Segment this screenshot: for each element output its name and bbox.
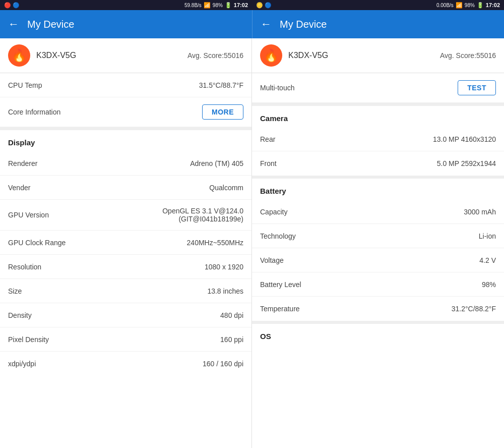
flame-icon-right: 🔥 (260, 44, 282, 67)
header-right: ← My Device (252, 10, 504, 38)
os-section-header: OS (252, 324, 504, 345)
avg-score-right: Avg. Score:55016 (440, 51, 496, 60)
battery-icon-left: 🔋 (225, 2, 232, 9)
cpu-temp-label: CPU Temp (8, 81, 199, 89)
time-right: 17:02 (486, 2, 500, 8)
signal-left: 98% (213, 3, 223, 8)
battery-value-3: 98% (482, 281, 496, 289)
header-left: ← My Device (0, 10, 252, 38)
battery-value-4: 31.2°C/88.2°F (452, 305, 496, 313)
display-value-7: 160 ppi (220, 335, 243, 344)
avg-score-left: Avg. Score:55016 (187, 51, 243, 60)
time-left: 17:02 (234, 2, 248, 8)
display-row-0: RendererAdreno (TM) 405 (0, 151, 251, 176)
svg-text:🔥: 🔥 (12, 48, 27, 63)
status-bar-right: 🪙 🔵 0.00B/s 📶 98% 🔋 17:02 (252, 2, 504, 9)
display-value-1: Qualcomm (209, 184, 243, 192)
status-bar: 🔴 🔵 59.8B/s 📶 98% 🔋 17:02 🪙 🔵 0.00B/s 📶 … (0, 0, 504, 10)
battery-title: Battery (260, 187, 286, 195)
display-label-7: Pixel Density (8, 335, 220, 344)
display-rows-container: RendererAdreno (TM) 405VenderQualcommGPU… (0, 151, 251, 376)
header-title-right: My Device (280, 19, 327, 30)
camera-value-0: 13.0 MP 4160x3120 (433, 135, 496, 143)
device-name-right: K3DX-V5G (288, 51, 440, 60)
display-row-5: Size13.8 inches (0, 279, 251, 303)
battery-value-2: 4.2 V (479, 256, 496, 264)
camera-row-1: Front5.0 MP 2592x1944 (252, 151, 504, 176)
battery-label-1: Technology (260, 232, 479, 240)
display-value-0: Adreno (TM) 405 (190, 159, 243, 167)
display-row-1: VenderQualcomm (0, 176, 251, 200)
display-section-header: Display (0, 130, 251, 151)
battery-row-0: Capacity3000 mAh (252, 200, 504, 224)
cpu-temp-value: 31.5°C/88.7°F (199, 81, 243, 89)
signal-right: 98% (465, 3, 475, 8)
display-label-0: Renderer (8, 159, 190, 167)
camera-label-1: Front (260, 159, 437, 167)
display-row-2: GPU VersionOpenGL ES 3.1 V@124.0 (GIT@I0… (0, 200, 251, 231)
app-icons-left: 🔴 🔵 (4, 2, 20, 9)
device-header-right: 🔥 K3DX-V5G Avg. Score:55016 (252, 38, 504, 73)
core-info-label: Core Information (8, 108, 202, 116)
battery-label-0: Capacity (260, 208, 464, 216)
device-header-left: 🔥 K3DX-V5G Avg. Score:55016 (0, 38, 251, 73)
camera-section-header: Camera (252, 106, 504, 127)
display-label-4: Resolution (8, 263, 205, 271)
display-value-6: 480 dpi (220, 311, 243, 319)
battery-row-1: TechnologyLi-ion (252, 224, 504, 248)
core-info-row: Core Information MORE (0, 97, 251, 127)
camera-row-0: Rear13.0 MP 4160x3120 (252, 127, 504, 151)
back-button-left[interactable]: ← (8, 18, 19, 31)
multitouch-row: Multi-touch TEST (252, 73, 504, 103)
display-value-3: 240MHz~550MHz (187, 239, 243, 247)
battery-value-0: 3000 mAh (464, 208, 496, 216)
left-panel: 🔥 K3DX-V5G Avg. Score:55016 CPU Temp 31.… (0, 38, 252, 448)
display-label-3: GPU Clock Range (8, 239, 187, 247)
network-status-right: 0.00B/s 📶 98% 🔋 17:02 (436, 2, 500, 9)
battery-row-3: Battery Level98% (252, 272, 504, 297)
battery-row-4: Temperature31.2°C/88.2°F (252, 297, 504, 321)
display-label-8: xdpi/ydpi (8, 360, 203, 368)
wifi-icon-left: 📶 (204, 2, 211, 9)
header-title-left: My Device (27, 19, 74, 30)
wifi-icon-right: 📶 (456, 2, 463, 9)
display-value-5: 13.8 inches (207, 287, 243, 295)
camera-rows-container: Rear13.0 MP 4160x3120Front5.0 MP 2592x19… (252, 127, 504, 176)
network-speed-right: 0.00B/s (436, 3, 454, 8)
battery-label-4: Temperature (260, 305, 452, 313)
display-row-4: Resolution1080 x 1920 (0, 255, 251, 279)
display-value-8: 160 / 160 dpi (203, 360, 243, 368)
multitouch-test-button[interactable]: TEST (458, 80, 496, 95)
display-row-6: Density480 dpi (0, 303, 251, 327)
display-row-8: xdpi/ydpi160 / 160 dpi (0, 352, 251, 376)
display-label-2: GPU Version (8, 211, 162, 219)
back-button-right[interactable]: ← (261, 18, 272, 31)
display-label-1: Vender (8, 184, 209, 192)
right-panel: 🔥 K3DX-V5G Avg. Score:55016 Multi-touch … (252, 38, 504, 448)
battery-rows-container: Capacity3000 mAhTechnologyLi-ionVoltage4… (252, 200, 504, 321)
camera-title: Camera (260, 114, 288, 123)
status-icons-left: 🔴 🔵 (4, 2, 20, 9)
os-title: OS (260, 332, 271, 341)
flame-icon-left: 🔥 (8, 44, 30, 67)
display-value-4: 1080 x 1920 (205, 263, 243, 271)
app-header: ← My Device ← My Device (0, 10, 504, 38)
display-row-3: GPU Clock Range240MHz~550MHz (0, 231, 251, 255)
battery-value-1: Li-ion (479, 232, 496, 240)
battery-row-2: Voltage4.2 V (252, 248, 504, 272)
battery-section-header: Battery (252, 179, 504, 200)
camera-value-1: 5.0 MP 2592x1944 (437, 159, 496, 167)
svg-text:🔥: 🔥 (264, 48, 279, 63)
device-name-left: K3DX-V5G (36, 51, 187, 60)
cpu-temp-row: CPU Temp 31.5°C/88.7°F (0, 73, 251, 97)
network-status-left: 59.8B/s 📶 98% 🔋 17:02 (184, 2, 248, 9)
display-row-7: Pixel Density160 ppi (0, 327, 251, 352)
battery-icon-right: 🔋 (477, 2, 484, 9)
display-label-6: Density (8, 311, 220, 319)
display-title: Display (8, 138, 35, 147)
core-info-more-button[interactable]: MORE (202, 104, 243, 120)
content-area: 🔥 K3DX-V5G Avg. Score:55016 CPU Temp 31.… (0, 38, 504, 448)
camera-label-0: Rear (260, 135, 433, 143)
battery-label-2: Voltage (260, 256, 479, 264)
status-bar-left: 🔴 🔵 59.8B/s 📶 98% 🔋 17:02 (0, 2, 252, 9)
